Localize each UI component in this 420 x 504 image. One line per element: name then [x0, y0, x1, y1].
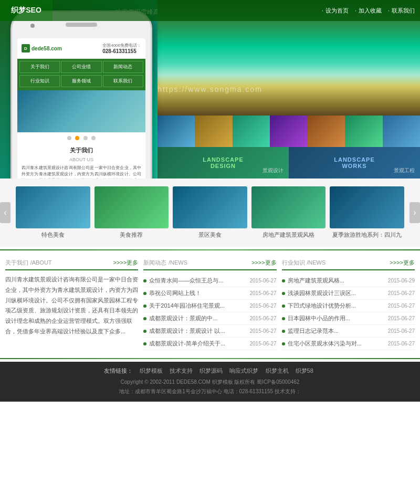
- news-dot-5: [143, 330, 146, 333]
- about-title: 关于我们 /ABOUT: [5, 258, 52, 267]
- industry-item-2[interactable]: 浅谈园林景观设计三误区... 2015-06-27: [282, 287, 415, 300]
- ps-logo-area: D dede58.com: [22, 44, 62, 52]
- footer-copy-text: Copyright © 2002-2011 DEDE58.COM 织梦模板 版权…: [5, 377, 415, 387]
- news-dot-6: [143, 342, 146, 345]
- footer-link-6[interactable]: 织梦58: [296, 368, 313, 374]
- industry-date-3: 2015-06-27: [388, 303, 415, 309]
- carousel-prev[interactable]: ‹: [0, 202, 10, 223]
- phone-mockup: D dede58.com 全国4006免费电话： 028-61331155 关于…: [10, 10, 152, 178]
- news-date-6: 2015-06-27: [250, 341, 277, 346]
- carousel-item-4[interactable]: 房地产建筑景观风格: [251, 186, 326, 239]
- ps-nav-btn-works[interactable]: 公司业绩: [61, 61, 101, 73]
- news-item-1[interactable]: 众恒青水间——众恒王总与... 2015-06-27: [143, 275, 276, 287]
- industry-item-4[interactable]: 日本园林中小品的作用... 2015-06-27: [282, 312, 415, 325]
- carousel-item-2[interactable]: 美食推荐: [94, 186, 169, 239]
- ps-nav-btn-contact[interactable]: 联系我们: [103, 75, 143, 87]
- ps-dots: [17, 132, 145, 144]
- footer-link-3[interactable]: 织梦源码: [200, 368, 223, 374]
- footer-link-2[interactable]: 技术支持: [170, 368, 193, 374]
- carousel-item-1[interactable]: 特色美食: [16, 186, 90, 239]
- news-dot-4: [143, 317, 146, 320]
- industry-column: 行业知识 /NEWS >>更多 房地产建筑景观风格... 2015-06-29 …: [282, 258, 415, 350]
- about-column: 关于我们 /ABOUT >>更多 四川青水建筑景观设计咨询有限公司是一家中日合资…: [5, 258, 138, 350]
- news-item-4[interactable]: 成都景观设计：景观的中... 2015-06-27: [143, 312, 276, 325]
- ps-dot-4: [91, 136, 96, 140]
- industry-dot-5: [282, 330, 285, 333]
- carousel-item-5[interactable]: 夏季旅游胜地系列：四川九: [330, 186, 404, 239]
- banner-design-title2: DESIGN: [203, 163, 243, 169]
- nav-home[interactable]: 设为首页: [322, 7, 349, 15]
- carousel-label-5: 夏季旅游胜地系列：四川九: [330, 231, 404, 239]
- thumb-2[interactable]: [195, 116, 232, 147]
- phone-speaker: [66, 23, 97, 27]
- ps-nav-btn-service[interactable]: 服务领域: [61, 75, 101, 87]
- about-text: 四川青水建筑景观设计咨询有限公司是一家中日合资企业，其中外资方为青水建筑景观设计…: [5, 275, 138, 337]
- industry-title-2: 浅谈园林景观设计三误区...: [288, 289, 385, 297]
- news-header: 新闻动态 /NEWS >>更多: [143, 258, 276, 270]
- industry-title: 行业知识 /NEWS: [282, 258, 326, 267]
- banner-design-sub: 景观设计: [262, 167, 284, 174]
- news-more[interactable]: >>更多: [251, 259, 277, 267]
- footer-link-4[interactable]: 响应式织梦: [229, 368, 258, 374]
- about-header: 关于我们 /ABOUT >>更多: [5, 258, 138, 270]
- industry-item-6[interactable]: 住宅小区景观水体污染与对... 2015-06-27: [282, 338, 415, 350]
- carousel-inner: 特色美食 美食推荐 景区美食 房地产建筑景观风格 夏季旅游胜地系列：四川九: [0, 186, 420, 239]
- thumb-4[interactable]: [270, 116, 307, 147]
- ps-nav-btn-industry[interactable]: 行业知识: [19, 75, 60, 87]
- thumb-5[interactable]: [308, 116, 345, 147]
- news-title-2: 恭祝公司网站上线！: [149, 289, 247, 297]
- logo-area: 织梦SEO: [0, 0, 52, 21]
- footer-links: 友情链接： 织梦模板 技术支持 织梦源码 响应式织梦 织梦主机 织梦58: [5, 367, 415, 375]
- ps-about-title: 关于我们: [17, 144, 145, 157]
- footer: 友情链接： 织梦模板 技术支持 织梦源码 响应式织梦 织梦主机 织梦58 Cop…: [0, 362, 420, 402]
- nav-contact[interactable]: 联系我们: [388, 7, 415, 15]
- ps-nav-btn-news[interactable]: 新闻动态: [103, 61, 143, 73]
- section-divider-2: [0, 358, 420, 359]
- industry-dot-6: [282, 342, 285, 345]
- thumb-6[interactable]: [345, 116, 382, 147]
- banner-design-content: LANDSCAPE DESIGN: [203, 156, 243, 169]
- phone-screen: D dede58.com 全国4006免费电话： 028-61331155 关于…: [17, 38, 145, 178]
- carousel-img-2: [94, 186, 169, 228]
- news-dot-2: [143, 292, 146, 295]
- industry-title-6: 住宅小区景观水体污染与对...: [288, 340, 385, 348]
- news-title: 新闻动态 /NEWS: [143, 258, 187, 267]
- footer-link-1[interactable]: 织梦模板: [140, 368, 163, 374]
- about-more[interactable]: >>更多: [113, 259, 139, 267]
- news-item-5[interactable]: 成都景观设计：景观设计 以... 2015-06-27: [143, 325, 276, 338]
- industry-item-5[interactable]: 监理日志记录范本... 2015-06-27: [282, 325, 415, 338]
- thumb-1[interactable]: [158, 116, 195, 147]
- nav-bookmark[interactable]: 加入收藏: [355, 7, 382, 15]
- thumb-7[interactable]: [383, 116, 420, 147]
- banner-works-title2: WORKS: [334, 163, 374, 169]
- news-title-5: 成都景观设计：景观设计 以...: [149, 327, 247, 335]
- carousel-next[interactable]: ›: [410, 202, 420, 223]
- industry-list: 房地产建筑景观风格... 2015-06-29 浅谈园林景观设计三误区... 2…: [282, 275, 415, 350]
- industry-title-1: 房地产建筑景观风格...: [288, 277, 385, 285]
- thumb-3[interactable]: [233, 116, 270, 147]
- site-logo: 织梦SEO: [11, 6, 41, 15]
- industry-more[interactable]: >>更多: [390, 259, 415, 267]
- news-title-6: 成都景观设计-简单介绍关于...: [149, 340, 247, 348]
- news-date-1: 2015-06-27: [250, 278, 277, 284]
- watermark: https://www.songma.com: [158, 85, 262, 93]
- phone-camera: [30, 24, 35, 28]
- news-item-3[interactable]: 关于2014年园冶杯住宅景观... 2015-06-27: [143, 300, 276, 312]
- industry-item-3[interactable]: 下凹式绿地设计优势分析... 2015-06-27: [282, 300, 415, 312]
- top-nav: 设为首页 加入收藏 联系我们: [52, 0, 420, 21]
- about-sub: /ABOUT: [30, 259, 52, 266]
- ps-about-sub: ABOUT US: [17, 157, 145, 165]
- banner-design[interactable]: LANDSCAPE DESIGN 景观设计: [158, 147, 289, 178]
- banner-works[interactable]: LANDSCAPE WORKS 景观工程: [289, 147, 420, 178]
- carousel-img-3: [173, 186, 247, 228]
- industry-dot-2: [282, 292, 285, 295]
- footer-link-5[interactable]: 织梦主机: [266, 368, 289, 374]
- news-date-4: 2015-06-27: [250, 316, 277, 321]
- ps-slide-image: [17, 90, 145, 132]
- ps-nav-btn-about[interactable]: 关于我们: [19, 61, 60, 73]
- industry-item-1[interactable]: 房地产建筑景观风格... 2015-06-29: [282, 275, 415, 287]
- carousel-item-3[interactable]: 景区美食: [173, 186, 247, 239]
- news-item-2[interactable]: 恭祝公司网站上线！ 2015-06-27: [143, 287, 276, 300]
- banner-design-title: LANDSCAPE: [203, 156, 243, 163]
- news-item-6[interactable]: 成都景观设计-简单介绍关于... 2015-06-27: [143, 338, 276, 350]
